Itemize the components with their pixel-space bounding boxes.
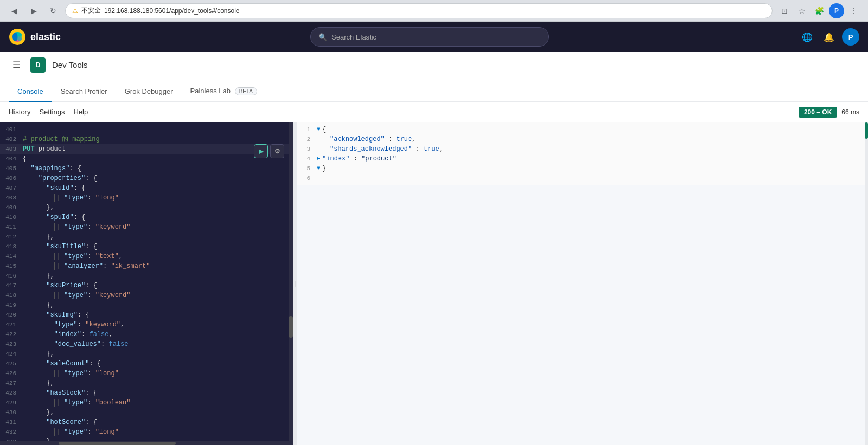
status-badge: 200 – OK	[799, 107, 837, 118]
top-navbar: elastic 🔍 Search Elastic 🌐 🔔 P	[0, 22, 868, 52]
output-line-6: 6	[297, 173, 868, 183]
editor-bottom-scroll[interactable]	[0, 441, 293, 445]
tab-painless-lab[interactable]: Painless Lab BETA	[182, 81, 266, 102]
editor-bottom-scroll-thumb[interactable]	[59, 442, 176, 445]
code-line-419: 419 },	[0, 300, 293, 310]
fold-icon-1[interactable]: ▼	[317, 125, 320, 134]
code-line-428: 428 "hasStock": {	[0, 388, 293, 398]
app-header: ☰ D Dev Tools	[0, 52, 868, 78]
code-line-403: 403 PUT product ▶ ⚙	[0, 144, 293, 154]
output-line-4: 4 ▶ "index" : "product"	[297, 154, 868, 164]
code-line-426: 426 | "type": "long"	[0, 369, 293, 378]
output-scrollbar-thumb[interactable]	[865, 122, 868, 139]
toolbar-right: 200 – OK 66 ms	[799, 107, 859, 118]
settings-button[interactable]: Settings	[39, 106, 65, 118]
toolbar-left: History Settings Help	[9, 106, 88, 118]
code-line-427: 427 },	[0, 378, 293, 388]
security-label: 不安全	[81, 6, 101, 15]
code-line-411: 411 | "type": "keyword"	[0, 222, 293, 232]
resize-handle[interactable]	[293, 122, 297, 445]
tab-painless-lab-label: Painless Lab	[190, 87, 231, 95]
app-title: Dev Tools	[52, 60, 88, 69]
security-warning-icon: ⚠	[72, 7, 78, 15]
top-nav-actions: 🌐 🔔 P	[799, 28, 859, 46]
elastic-logo[interactable]: elastic	[9, 28, 61, 46]
globe-icon-button[interactable]: 🌐	[799, 28, 816, 46]
run-query-button[interactable]: ▶	[254, 144, 268, 158]
code-line-415: 415 | "analyzer": "ik_smart"	[0, 261, 293, 271]
fold-icon-5[interactable]: ▼	[317, 164, 320, 173]
top-search-bar[interactable]: 🔍 Search Elastic	[310, 27, 549, 47]
output-line-2: 2 "acknowledged" : true,	[297, 134, 868, 144]
toolbar: History Settings Help 200 – OK 66 ms	[0, 102, 868, 122]
search-bar-container: 🔍 Search Elastic	[67, 27, 792, 47]
address-bar[interactable]: ⚠ 不安全 192.168.188.180:5601/app/dev_tools…	[65, 3, 773, 18]
elastic-logo-icon	[9, 28, 26, 46]
app-icon: D	[30, 57, 46, 73]
address-text: 192.168.188.180:5601/app/dev_tools#/cons…	[104, 7, 240, 15]
cast-button[interactable]: ⊡	[777, 3, 792, 18]
code-line-417: 417 "skuPrice": {	[0, 281, 293, 291]
code-line-425: 425 "saleCount": {	[0, 359, 293, 369]
code-line-429: 429 | "type": "boolean"	[0, 398, 293, 408]
code-line-430: 430 },	[0, 408, 293, 417]
output-panel-wrapper: 1 ▼ { 2 "acknowledged" : true, 3 "shards…	[297, 122, 868, 445]
search-icon: 🔍	[318, 33, 327, 41]
code-line-420: 420 "skuImg": {	[0, 310, 293, 320]
code-line-423: 423 "doc_values": false	[0, 339, 293, 349]
bell-icon-button[interactable]: 🔔	[820, 28, 838, 46]
code-line-402: 402 # product 的 mapping	[0, 134, 293, 144]
code-line-408: 408 | "type": "long"	[0, 193, 293, 203]
back-button[interactable]: ◀	[7, 3, 22, 18]
tab-console[interactable]: Console	[9, 82, 52, 102]
tab-grok-debugger[interactable]: Grok Debugger	[116, 82, 182, 102]
more-button[interactable]: ⋮	[846, 3, 861, 18]
output-line-3: 3 "shards_acknowledged" : true,	[297, 144, 868, 154]
code-line-433: 433 },	[0, 437, 293, 441]
refresh-button[interactable]: ↻	[46, 3, 61, 18]
timing-badge: 66 ms	[841, 108, 859, 116]
code-line-407: 407 "skuId": {	[0, 183, 293, 193]
history-button[interactable]: History	[9, 106, 30, 118]
code-line-405: 405 "mappings": {	[0, 164, 293, 173]
code-line-418: 418 | "type": "keyword"	[0, 291, 293, 300]
code-line-404: 404 {	[0, 154, 293, 164]
code-line-414: 414 | "type": "text",	[0, 251, 293, 261]
help-button[interactable]: Help	[73, 106, 88, 118]
output-scrollbar[interactable]	[865, 122, 868, 445]
code-line-431: 431 "hotScore": {	[0, 417, 293, 427]
bookmark-button[interactable]: ☆	[794, 3, 809, 18]
search-placeholder: Search Elastic	[331, 33, 376, 41]
code-line-410: 410 "spuId": {	[0, 212, 293, 222]
output-line-5: 5 ▼ }	[297, 164, 868, 173]
code-line-422: 422 "index": false,	[0, 330, 293, 339]
code-line-424: 424 },	[0, 349, 293, 359]
tabs-bar: Console Search Profiler Grok Debugger Pa…	[0, 78, 868, 102]
code-line-401: 401	[0, 125, 293, 134]
code-line-409: 409 },	[0, 203, 293, 212]
profile-avatar[interactable]: P	[829, 3, 844, 18]
fold-icon-4[interactable]: ▶	[317, 154, 320, 164]
output-panel: 1 ▼ { 2 "acknowledged" : true, 3 "shards…	[297, 122, 868, 185]
code-line-432: 432 | "type": "long"	[0, 427, 293, 437]
logo-text: elastic	[30, 31, 61, 43]
svg-point-4	[17, 33, 22, 41]
browser-actions: ⊡ ☆ 🧩 P ⋮	[777, 3, 861, 18]
editor-content[interactable]: 401 402 # product 的 mapping 403 PUT prod…	[0, 122, 293, 441]
user-avatar[interactable]: P	[842, 28, 859, 46]
copy-as-curl-button[interactable]: ⚙	[270, 144, 284, 158]
code-line-413: 413 "skuTitle": {	[0, 242, 293, 251]
code-line-421: 421 "type": "keyword",	[0, 320, 293, 330]
code-line-416: 416 },	[0, 271, 293, 281]
output-line-1: 1 ▼ {	[297, 125, 868, 134]
editor-scrollbar[interactable]	[289, 122, 293, 445]
hamburger-menu-button[interactable]: ☰	[9, 57, 24, 73]
editor-area: 401 402 # product 的 mapping 403 PUT prod…	[0, 122, 868, 445]
editor-panel[interactable]: 401 402 # product 的 mapping 403 PUT prod…	[0, 122, 293, 445]
extensions-button[interactable]: 🧩	[812, 3, 827, 18]
beta-badge: BETA	[235, 87, 257, 95]
tab-search-profiler[interactable]: Search Profiler	[52, 82, 116, 102]
editor-scrollbar-thumb[interactable]	[289, 316, 293, 338]
browser-chrome: ◀ ▶ ↻ ⚠ 不安全 192.168.188.180:5601/app/dev…	[0, 0, 868, 22]
forward-button[interactable]: ▶	[26, 3, 41, 18]
